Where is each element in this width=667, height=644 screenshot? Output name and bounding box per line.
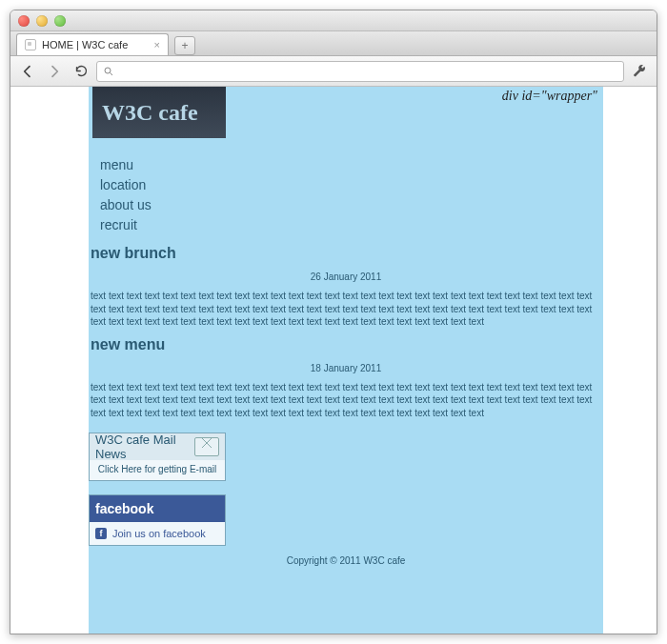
window-controls [18, 15, 66, 27]
tab-close-icon[interactable]: × [154, 39, 160, 50]
tab-strip: HOME | W3C cafe × + [10, 31, 657, 56]
envelope-icon [194, 437, 219, 456]
forward-icon [47, 64, 62, 79]
address-bar[interactable] [96, 61, 624, 82]
post-title: new brunch [91, 245, 603, 262]
post: new menu 18 January 2011 text text text … [89, 336, 603, 420]
main-nav: menu location about us recruit [100, 155, 603, 235]
forward-button[interactable] [43, 61, 66, 82]
logo-text: W3C cafe [102, 100, 198, 126]
mail-widget-sub: Click Here for getting E-mail [90, 460, 225, 480]
minimize-icon[interactable] [36, 15, 48, 27]
titlebar [10, 10, 657, 31]
post-title: new menu [91, 336, 603, 353]
search-icon [103, 66, 114, 77]
mail-news-widget[interactable]: W3C cafe Mail News Click Here for gettin… [89, 433, 226, 481]
mail-widget-title: W3C cafe Mail News [95, 433, 194, 461]
nav-about[interactable]: about us [100, 195, 603, 215]
settings-button[interactable] [628, 61, 651, 82]
devtools-overlay-label: div id="wrapper" [502, 89, 597, 104]
tab-title: HOME | W3C cafe [42, 39, 128, 50]
nav-menu[interactable]: menu [100, 155, 603, 175]
page-wrapper: div id="wrapper" W3C cafe menu location … [89, 87, 603, 634]
fb-widget-sub: Join us on facebook [112, 528, 206, 539]
nav-location[interactable]: location [100, 175, 603, 195]
fb-widget-title: facebook [95, 501, 153, 516]
page-viewport[interactable]: div id="wrapper" W3C cafe menu location … [10, 87, 657, 634]
post-date: 26 January 2011 [89, 272, 603, 282]
reload-button[interactable] [70, 61, 92, 82]
post-body: text text text text text text text text … [89, 290, 603, 329]
toolbar [10, 56, 657, 87]
svg-line-1 [111, 72, 113, 75]
zoom-icon[interactable] [54, 15, 66, 27]
site-logo[interactable]: W3C cafe [92, 87, 226, 138]
facebook-icon: f [95, 528, 107, 539]
post-date: 18 January 2011 [89, 363, 603, 373]
reload-icon [74, 64, 89, 78]
favicon-icon [25, 39, 36, 50]
back-button[interactable] [16, 61, 39, 82]
facebook-widget[interactable]: facebook f Join us on facebook [89, 494, 226, 546]
back-icon [20, 64, 35, 79]
nav-recruit[interactable]: recruit [100, 215, 603, 235]
close-icon[interactable] [18, 15, 30, 27]
new-tab-button[interactable]: + [174, 36, 195, 55]
post-body: text text text text text text text text … [89, 381, 603, 420]
footer-copyright: Copyright © 2011 W3C cafe [89, 555, 603, 566]
post: new brunch 26 January 2011 text text tex… [89, 245, 603, 329]
svg-point-0 [105, 68, 111, 73]
plus-icon: + [181, 39, 188, 52]
browser-tab[interactable]: HOME | W3C cafe × [16, 33, 169, 55]
wrench-icon [632, 64, 647, 79]
browser-window: HOME | W3C cafe × + div id="wrapper" W3C… [10, 10, 657, 634]
